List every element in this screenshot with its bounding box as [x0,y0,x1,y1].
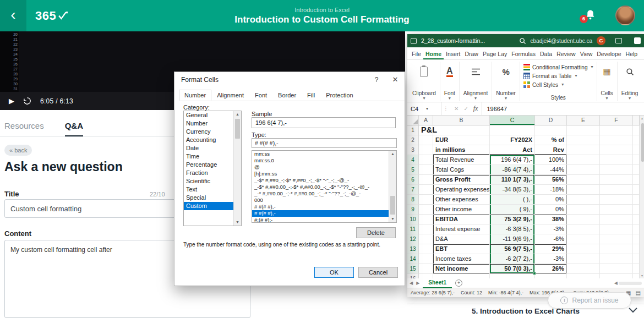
cell-B11[interactable]: Interest expense [433,224,490,234]
column-header-E[interactable]: E [567,116,600,125]
type-code-item[interactable]: [h]:mm:ss [252,171,389,177]
cell-E1[interactable] [567,125,600,135]
status-item[interactable]: Min: -86 4(7 4),- [488,290,523,295]
cell-D1[interactable] [535,125,567,135]
cell-A11[interactable] [419,224,433,234]
dialog-tab-fill[interactable]: Fill [302,90,320,101]
cell-E3[interactable] [567,145,600,155]
cell-F4[interactable] [600,155,633,165]
dialog-tab-alignment[interactable]: Alignment [211,90,249,101]
scrollbar-thumb[interactable] [235,119,240,139]
cell-A15[interactable] [419,264,433,274]
cell-pad[interactable] [633,205,640,215]
category-item[interactable]: Custom [184,202,233,210]
search-button[interactable] [519,37,526,45]
ribbon-group-alignment[interactable]: Alignment ▾ [460,62,492,101]
sheet-next-icon[interactable]: ▶ [416,281,419,286]
cell-C10[interactable]: 75 3(2 9),- [490,215,535,224]
cell-pad[interactable] [633,175,640,185]
chevron-down-icon[interactable] [629,308,637,313]
ribbon-tab-view[interactable]: View [578,48,595,59]
cell-E13[interactable] [567,244,600,254]
cell-C12[interactable]: -11 9(6 9),- [490,234,535,244]
cell-F7[interactable] [600,185,633,195]
cell-D4[interactable]: 100% [535,155,567,165]
category-item[interactable]: Time [184,152,233,161]
cell-F12[interactable] [600,234,633,244]
formula-input[interactable]: 196647 [482,106,644,112]
cell-D11[interactable]: -3% [535,224,567,234]
account-badge[interactable]: C [597,36,605,45]
ribbon-tab-help[interactable]: Help [624,48,640,59]
cell-E9[interactable] [567,205,600,215]
row-header-8[interactable]: 8 [407,195,419,205]
cell-D15[interactable]: 26% [535,264,567,274]
cell-A16[interactable] [419,274,433,278]
type-code-scrollbar[interactable]: ▲ ▼ [389,151,396,222]
cell-E8[interactable] [567,195,600,205]
confirm-entry-icon[interactable]: ✓ [463,106,468,112]
cell-C3[interactable]: Act [490,145,535,155]
cancel-entry-icon[interactable]: ✕ [454,106,459,112]
type-code-item[interactable]: _-$* #,##0_-;-$* #,##0_-;_-$* "-"_-;_-@_… [252,177,389,184]
delete-button[interactable]: Delete [356,227,396,238]
column-header-D[interactable]: D [535,116,567,125]
page-layout-view-icon[interactable]: ▤ [636,290,641,296]
row-header-15[interactable]: 15 [407,264,419,274]
cell-pad[interactable] [633,195,640,205]
tab-resources[interactable]: Resources [4,117,44,136]
cell-pad[interactable] [633,234,640,244]
notifications-button[interactable]: 6 [585,9,597,22]
row-header-7[interactable]: 7 [407,185,419,195]
cell-E7[interactable] [567,185,600,195]
hscroll-left-icon[interactable]: ◀ [614,281,618,286]
scrollbar-thumb[interactable] [641,123,644,162]
ribbon-tab-page-lay[interactable]: Page Lay [481,48,509,59]
cell-D3[interactable]: Rev [535,145,567,155]
play-button[interactable]: ▶ [9,97,14,105]
cell-E12[interactable] [567,234,600,244]
cell-B16[interactable] [433,274,490,278]
ribbon-tab-draw[interactable]: Draw [462,48,481,59]
dialog-tab-font[interactable]: Font [249,90,272,101]
type-code-item[interactable]: _-$* #,##0.00_-;-$* #,##0.00_-;_-$* "-"?… [252,184,389,190]
cell-pad[interactable] [633,264,640,274]
type-code-item[interactable]: #;(# #);- [252,217,389,222]
dialog-tab-border[interactable]: Border [272,90,302,101]
row-header-4[interactable]: 4 [407,155,419,165]
cell-pad[interactable] [633,145,640,155]
ribbon-tab-develope[interactable]: Develope [594,48,623,59]
cell-D16[interactable] [535,274,567,278]
hscroll-track[interactable] [619,282,642,285]
column-header-B[interactable]: B [433,116,490,125]
cell-B10[interactable]: EBITDA [433,215,490,224]
format-as-table-button[interactable]: Format as Table ▾ [523,72,593,80]
cell-A1[interactable]: P&L [419,125,433,135]
sheet-tab-sheet1[interactable]: Sheet1 [423,278,452,288]
row-header-6[interactable]: 6 [407,175,419,185]
cell-F6[interactable] [600,175,633,185]
name-box[interactable]: C4 ▾ [407,102,441,115]
scroll-up-icon[interactable]: ▲ [389,151,396,157]
cell-E2[interactable] [567,135,600,145]
cell-B7[interactable]: Operating expenses [433,185,490,195]
category-item[interactable]: Date [184,144,233,152]
category-item[interactable]: Currency [184,128,233,136]
fill-handle[interactable] [533,272,536,275]
status-item[interactable]: Average: 28 6(5 7),- [411,290,455,295]
cell-A14[interactable] [419,254,433,264]
cell-F3[interactable] [600,145,633,155]
add-sheet-button[interactable]: + [455,279,462,287]
scroll-down-icon[interactable]: ▼ [389,216,396,222]
cell-A5[interactable] [419,165,433,175]
row-header-1[interactable]: 1 [407,125,419,135]
dialog-close-button[interactable]: ✕ [386,73,405,86]
row-header-10[interactable]: 10 [407,215,419,224]
column-header-F[interactable]: F [600,116,633,125]
cell-F13[interactable] [600,244,633,254]
dialog-help-button[interactable]: ? [367,73,386,86]
cell-C14[interactable]: -6 2(7 2),- [490,254,535,264]
ribbon-display-options-icon[interactable] [615,38,622,43]
type-code-item[interactable]: # #(# #),- [252,210,389,217]
cell-A8[interactable] [419,195,433,205]
